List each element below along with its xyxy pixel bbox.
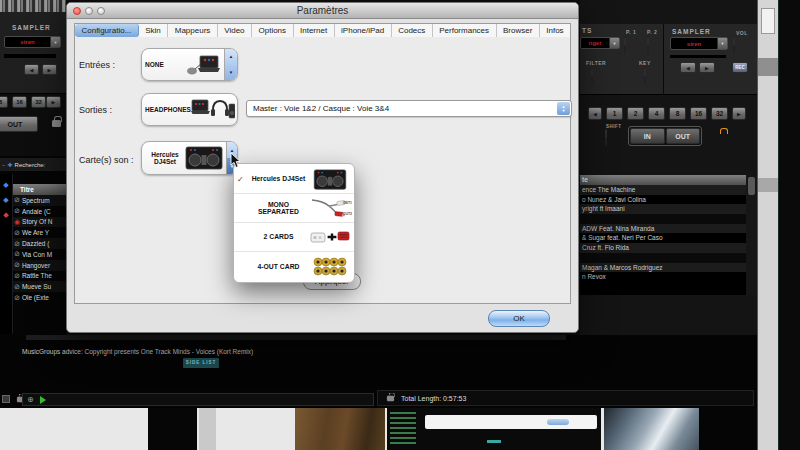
menu-item-2-cards[interactable]: ✓ 2 CARDS <box>234 223 354 252</box>
settings-tab[interactable]: Infos <box>540 24 570 37</box>
left-loop-out-button[interactable]: OUT <box>0 116 38 132</box>
outputs-control[interactable]: HEADPHONES <box>141 93 238 126</box>
dialog-titlebar[interactable]: Paramètres <box>67 3 578 19</box>
sampler-prev-button[interactable] <box>24 64 39 75</box>
inputs-stepper[interactable] <box>224 49 237 80</box>
chevron-down-icon[interactable] <box>717 38 727 49</box>
play-icon[interactable] <box>40 396 46 404</box>
list-scrollbar[interactable] <box>746 175 757 295</box>
loop-double-button[interactable] <box>732 107 746 120</box>
track-rows: Spectrum Andale (C Story Of N We Are Y D… <box>13 195 66 303</box>
menu-item-4-out-card[interactable]: ✓ 4-OUT CARD <box>234 252 354 281</box>
soundcard-value: Hercules DJ4Set <box>145 151 185 165</box>
settings-tab[interactable]: Internet <box>294 24 335 37</box>
playlist-icon[interactable]: ◆ <box>0 211 12 219</box>
vol-knob[interactable] <box>733 36 735 55</box>
loop-32-button[interactable]: 32 <box>711 107 728 120</box>
collapse-button[interactable] <box>2 395 10 403</box>
artist-row[interactable]: ADW Feat. Nina Miranda <box>580 224 746 234</box>
track-row[interactable]: Hangover <box>13 260 66 271</box>
artist-row[interactable]: yright ft Imaani <box>580 204 746 214</box>
settings-tab[interactable]: Codecs <box>392 24 433 37</box>
desktop-window-edge <box>148 408 197 450</box>
sampler-next-button[interactable] <box>699 62 715 73</box>
chevron-down-icon[interactable] <box>50 37 60 47</box>
key-knob[interactable] <box>644 67 646 86</box>
inputs-control[interactable]: NONE <box>141 48 238 81</box>
artist-row[interactable]: & Sugar feat. Neri Per Caso <box>580 233 746 243</box>
background-window-strip <box>757 0 778 450</box>
settings-tab[interactable]: iPhone/iPad <box>335 24 392 37</box>
rec-button[interactable]: REC <box>732 62 748 73</box>
track-status-icon <box>14 283 20 291</box>
track-row[interactable]: Spectrum <box>13 195 66 206</box>
loop-out-button[interactable]: OUT <box>666 128 701 144</box>
p1-knob[interactable] <box>624 36 626 55</box>
track-row[interactable]: Andale (C <box>13 206 66 217</box>
loop-half-button[interactable] <box>588 107 602 120</box>
soundcard-control[interactable]: Hercules DJ4Set <box>141 141 238 175</box>
track-row[interactable]: We Are Y <box>13 227 66 238</box>
loop-length-button[interactable]: 16 <box>12 96 27 108</box>
track-row[interactable]: Mueve Su <box>13 281 66 292</box>
artist-row[interactable] <box>580 214 746 224</box>
loop-length-button[interactable]: 32 <box>31 96 46 108</box>
artist-row[interactable]: o Nunez & Javi Colina <box>580 195 746 205</box>
loop-shift-right-button[interactable] <box>46 96 61 108</box>
ok-button[interactable]: OK <box>488 310 550 327</box>
menu-item-mono-separated[interactable]: ✓ MONO SEPARATED OUT1 OUT2 <box>234 194 354 223</box>
settings-tab[interactable]: Video <box>218 24 252 37</box>
side-list-button[interactable]: SIDE LIST <box>183 358 219 368</box>
search-bar[interactable]: − ✚ Recherche: <box>0 158 66 171</box>
track-row[interactable]: Dazzled ( <box>13 238 66 249</box>
left-sampler-select[interactable]: siren <box>4 36 61 48</box>
track-row[interactable]: Story Of N <box>13 217 66 228</box>
track-row[interactable]: Via Con M <box>13 249 66 260</box>
loop-2-button[interactable]: 2 <box>627 107 644 120</box>
effect-select[interactable]: nger <box>580 37 620 49</box>
title-column-header[interactable]: Titre <box>13 184 66 195</box>
track-status-icon <box>14 261 20 269</box>
menu-item-hercules[interactable]: ✓ Hercules DJ4Set <box>234 165 354 194</box>
loop-16-button[interactable]: 16 <box>690 107 707 120</box>
routing-value: Master : Voie 1&2 / Casque : Voie 3&4 <box>247 104 556 113</box>
settings-tab[interactable]: Configuratio... <box>75 24 139 37</box>
routing-select[interactable]: Master : Voie 1&2 / Casque : Voie 3&4 ▲▼ <box>246 100 572 117</box>
p2-label: P. 2 <box>647 29 657 35</box>
artist-row[interactable]: ence The Machine <box>580 185 746 195</box>
sampler-progress-bar <box>670 55 726 58</box>
chevron-down-icon[interactable] <box>609 38 619 48</box>
scrollbar-thumb[interactable] <box>748 177 755 195</box>
settings-tab[interactable]: Skin <box>139 24 169 37</box>
shift-knob[interactable] <box>605 128 607 147</box>
loop-in-button[interactable]: IN <box>630 128 665 144</box>
sampler-select[interactable]: siren <box>670 37 728 50</box>
playlist-icon[interactable]: ◆ <box>0 181 12 189</box>
settings-tab[interactable]: Mappeurs <box>168 24 218 37</box>
playlist-icon[interactable]: ◆ <box>0 196 12 204</box>
out2-label: OUT2 <box>343 212 352 216</box>
loop-4-button[interactable]: 4 <box>648 107 665 120</box>
globe-icon[interactable]: ⊕ <box>27 395 34 404</box>
settings-tab[interactable]: Browser <box>497 24 540 37</box>
p2-knob[interactable] <box>647 36 649 55</box>
filter-knob[interactable] <box>591 67 593 86</box>
loop-1-button[interactable]: 1 <box>606 107 623 120</box>
window-toolbar <box>425 415 597 429</box>
settings-tab[interactable]: Options <box>252 24 294 37</box>
sampler-prev-button[interactable] <box>680 62 696 73</box>
artist-column-header[interactable]: te <box>580 175 746 185</box>
loop-8-button[interactable]: 8 <box>669 107 686 120</box>
lock-icon[interactable] <box>52 120 61 127</box>
artist-row[interactable]: Magan & Marcos Rodriguez <box>580 263 746 273</box>
track-row[interactable]: Rattle The <box>13 271 66 282</box>
artist-row[interactable]: Cruz ft. Flo Rida <box>580 243 746 253</box>
artist-row[interactable]: n Revox <box>580 272 746 282</box>
artist-row[interactable] <box>580 253 746 263</box>
loop-length-button[interactable]: 8 <box>0 96 8 108</box>
minus-icon[interactable]: − <box>2 162 6 168</box>
sampler-next-button[interactable] <box>42 64 57 75</box>
track-row[interactable]: Ole (Exte <box>13 292 66 303</box>
settings-tab[interactable]: Performances <box>433 24 497 37</box>
dj-controller-icon <box>185 146 223 170</box>
